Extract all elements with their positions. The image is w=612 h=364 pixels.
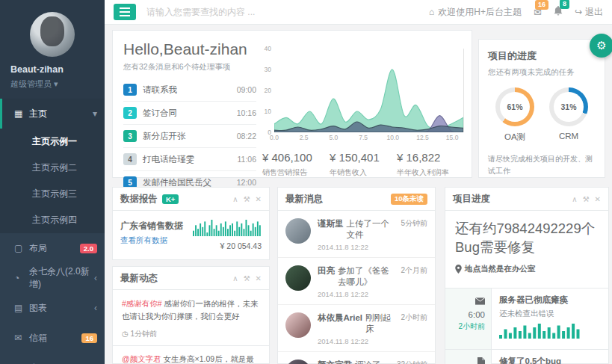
message-sender: 林依晨Ariel <box>318 312 362 335</box>
settings-button[interactable]: ⚙ <box>590 34 612 58</box>
project-progress-card: 项目的进度 您还有两项未完成的任务 61% OA测 31% CRM 请尽快完成相… <box>478 39 605 178</box>
progress-donuts: 61% OA测 31% CRM <box>488 87 596 143</box>
messages-button[interactable]: ✉ 16 <box>534 7 542 18</box>
mail-badge: 16 <box>535 0 548 10</box>
avatar[interactable] <box>30 12 75 57</box>
unread-badge: 10条未读 <box>391 194 427 205</box>
user-profile: Beaut-zihan 超级管理员 ▾ <box>0 0 105 99</box>
donut-percent: 31% <box>554 92 584 122</box>
message-date: 2014.11.8 12:22 <box>318 290 427 298</box>
project-timeline-card: 项目进度 ∧ ⚒ ✕ 还有约79842492229个Bug需要修复 地点当然是在… <box>445 187 609 364</box>
progress-donut: 61% OA测 <box>495 87 534 143</box>
sidebar-subitem[interactable]: 主页示例四 <box>0 207 105 233</box>
welcome-text: 欢迎使用H+后台主题 <box>438 6 522 19</box>
chart-icon: ▤ <box>14 303 29 313</box>
chart-x-axis: 0.02.55.07.510.012.515.0 <box>274 132 464 142</box>
message-sender: 田亮 <box>318 265 335 288</box>
message-time: 32分钟前 <box>397 360 427 364</box>
sidebar-item-信箱: ✉ 信箱16 <box>0 323 105 353</box>
latest-messages-card: 最新消息 10条未读 谨斯里 上传了一个文件 5分钟前 2014.11.8 12… <box>277 187 436 364</box>
x-tick-label: 15.0 <box>446 134 459 141</box>
avatar <box>285 312 311 338</box>
sidebar-item[interactable]: ✉ 信箱16 <box>0 323 105 353</box>
sidebar-subitem[interactable]: 主页示例二 <box>0 155 105 181</box>
sidebar-item[interactable]: ▦ 主页▾ <box>0 99 105 129</box>
message-time: 2个月前 <box>401 265 427 288</box>
location-pin-icon <box>455 265 462 274</box>
message-item[interactable]: 林依晨Ariel 刚刚起床 2小时前 2014.11.8 12:22 <box>278 305 435 352</box>
view-all-data-link[interactable]: 查看所有数据 <box>120 235 193 246</box>
user-role-dropdown[interactable]: 超级管理员 ▾ <box>10 78 94 90</box>
collapse-icon[interactable]: ∧ <box>232 195 238 203</box>
report-item-title: 广东省销售数据 <box>120 220 193 232</box>
sidebar-item-label: 布局 <box>29 242 80 255</box>
todo-number-badge: 1 <box>123 84 137 96</box>
timeline-meta: 7:00 3小时前 <box>445 350 492 364</box>
todo-row[interactable]: 2 签订合同 10:16 <box>123 102 256 125</box>
sidebar-item-label: 余七余八(2.0新增) <box>29 265 94 291</box>
collapse-icon[interactable]: ∧ <box>572 195 577 203</box>
sidebar-item[interactable]: ◔ 余七余八(2.0新增)‹ <box>0 263 105 293</box>
y-tick-label: 20 <box>265 87 271 94</box>
x-tick-label: 12.5 <box>416 134 429 141</box>
hashtag-link[interactable]: #感谢有你# <box>122 299 162 308</box>
caret-down-icon: ▾ <box>54 79 58 88</box>
user-role-label: 超级管理员 <box>10 79 52 88</box>
sidebar-item[interactable]: ♟ 小工具 <box>0 353 105 364</box>
x-tick-label: 2.5 <box>300 134 309 141</box>
wrench-icon[interactable]: ⚒ <box>583 195 590 203</box>
home-icon: ⌂ <box>429 7 434 17</box>
message-time: 2小时前 <box>401 312 427 335</box>
progress-subtitle: 您还有两项未完成的任务 <box>488 67 596 78</box>
data-report-card: 数据报告 K+ ∧ ⚒ ✕ 广东省销售数据 查看所有数据 ¥ 20 054.43 <box>112 187 270 260</box>
menu-toggle-button[interactable] <box>114 4 136 20</box>
todo-list: 1 请联系我 09:002 签订合同 10:163 新分店开张 08:224 打… <box>123 78 256 194</box>
donut-label: CRM <box>549 132 588 141</box>
activity-post: @颜文字君 女生身高×1.09后，就是最适合你的男生身高；相反，男生是÷1.09… <box>122 353 260 364</box>
donut-percent: 61% <box>500 92 530 122</box>
close-icon[interactable]: ✕ <box>595 195 601 203</box>
todo-row[interactable]: 3 新分店开张 08:22 <box>123 125 256 148</box>
message-item[interactable]: 谨斯里 上传了一个文件 5分钟前 2014.11.8 12:22 <box>278 211 435 258</box>
divider <box>113 345 269 353</box>
dashboard-page: Beaut-zihan 超级管理员 ▾ ▦ 主页▾主页示例一主页示例二主页示例三… <box>0 0 612 364</box>
sidebar-item[interactable]: ▤ 图表‹ <box>0 293 105 323</box>
avatar <box>285 265 311 291</box>
search-input[interactable] <box>146 7 429 17</box>
chevron-down-icon: ▾ <box>93 108 97 119</box>
hello-card: Hello,Beaut-zihan 您有32条消息和6个待处理事项 1 请联系我… <box>112 30 472 178</box>
message-action: 评论了 <box>355 360 392 364</box>
sidebar-subitem[interactable]: 主页示例三 <box>0 181 105 207</box>
x-tick-label: 7.5 <box>359 134 368 141</box>
todo-row[interactable]: 1 请联系我 09:00 <box>123 78 256 102</box>
sidebar-item[interactable]: ▢ 布局2.0 <box>0 233 105 263</box>
sidebar-item-主页: ▦ 主页▾主页示例一主页示例二主页示例三主页示例四 <box>0 99 105 233</box>
collapse-icon[interactable]: ∧ <box>232 274 238 283</box>
message-item[interactable]: 颜文字君 评论了 32分钟前 2014.11.8 12:22 【九部令人拍案叫绝… <box>278 352 435 364</box>
globe-icon: ◔ <box>14 273 29 283</box>
logout-button[interactable]: ↪ 退出 <box>575 6 603 19</box>
sidebar-subitem[interactable]: 主页示例一 <box>0 129 105 155</box>
avatar <box>285 218 311 244</box>
mention-link[interactable]: @颜文字君 <box>122 354 161 363</box>
timeline: 6:00 2小时前 服务器已彻底瘫痪 还未检查出错误 7:00 3小时前 修复了… <box>445 288 608 364</box>
timeline-item-title: 服务器已彻底瘫痪 <box>499 294 601 306</box>
user-name: Beaut-zihan <box>10 64 94 75</box>
close-icon[interactable]: ✕ <box>256 195 262 203</box>
y-tick-label: 40 <box>265 45 271 52</box>
welcome-link[interactable]: ⌂ 欢迎使用H+后台主题 <box>429 6 522 19</box>
todo-row[interactable]: 4 打电话给瑾雯 11:06 <box>123 148 256 171</box>
message-sender: 谨斯里 <box>318 218 344 241</box>
wrench-icon[interactable]: ⚒ <box>244 274 250 283</box>
y-tick-label: 10 <box>265 108 271 115</box>
sidebar-item-label: 信箱 <box>29 332 81 345</box>
sidebar-item-label: 图表 <box>29 302 94 315</box>
message-item[interactable]: 田亮 参加了《爸爸去哪儿》 2个月前 2014.11.8 12:22 <box>278 258 435 305</box>
notifications-button[interactable]: 8 <box>554 6 563 18</box>
close-icon[interactable]: ✕ <box>256 274 262 283</box>
progress-donut: 31% CRM <box>549 87 588 143</box>
wrench-icon[interactable]: ⚒ <box>244 195 250 203</box>
todo-time: 09:00 <box>237 85 256 94</box>
chevron-left-icon: ‹ <box>94 273 97 283</box>
bug-location: 地点当然是在办公室 <box>465 264 536 274</box>
